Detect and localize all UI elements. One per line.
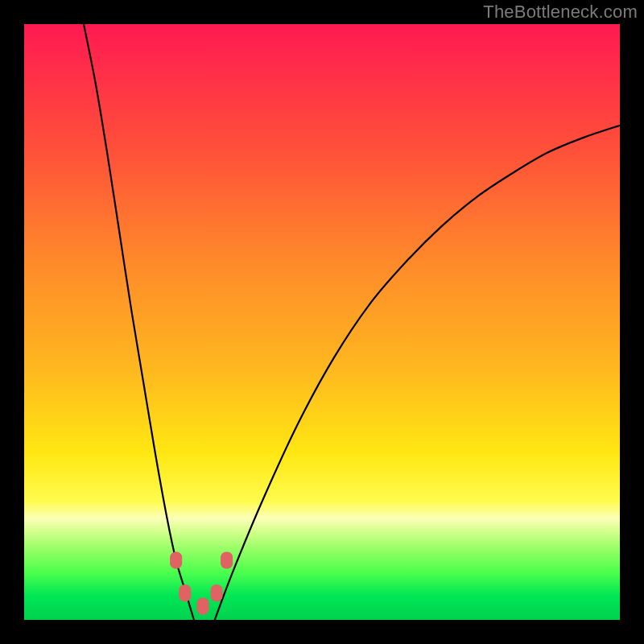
gradient-rect	[24, 24, 620, 620]
chart-frame: TheBottleneck.com	[0, 0, 644, 644]
plot-area	[24, 24, 620, 620]
watermark-text: TheBottleneck.com	[483, 2, 638, 23]
plot-svg	[24, 24, 620, 620]
data-marker	[197, 598, 208, 614]
data-marker	[171, 552, 182, 568]
data-marker	[180, 585, 191, 601]
data-marker	[211, 585, 222, 601]
data-marker	[221, 552, 233, 568]
